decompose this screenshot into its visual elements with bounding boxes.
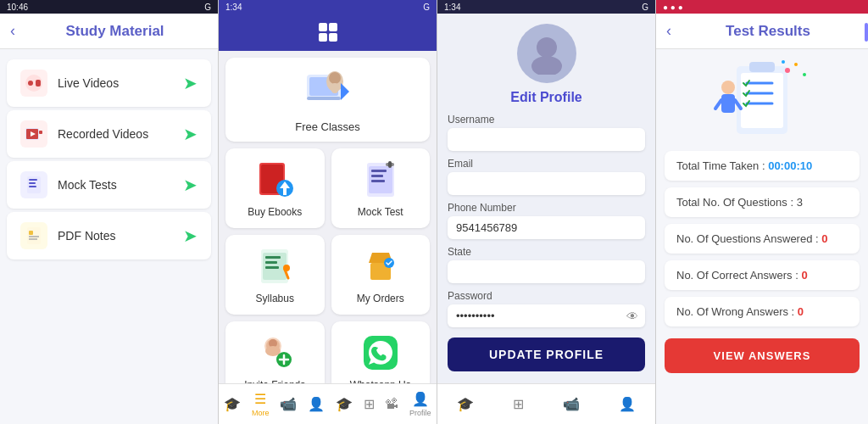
total-questions-value: 3 [797,196,803,209]
nav-record[interactable]: 📽 [385,397,398,412]
nav3-videos[interactable]: 📹 [563,396,580,412]
svg-rect-12 [29,231,33,235]
svg-rect-60 [721,94,735,113]
grid-menu-icon[interactable] [319,23,337,42]
wrong-card: No. Of Wrong Answers : 0 [665,297,860,326]
buy-ebooks-label: Buy Ebooks [248,206,302,218]
icons-2: G [423,3,430,12]
tile-my-orders[interactable]: My Orders [331,235,431,315]
statusbar-2: 1:34 G [219,0,437,14]
correct-card: No. Of Correct Answers : 0 [665,260,860,290]
tile-whatsapp-us[interactable]: Whatsapp Us [331,321,431,383]
eye-icon[interactable]: 👁 [626,310,638,323]
menu-list: Live Videos ➤ Recorded Videos ➤ [0,49,218,424]
page-title-1: Study Material [22,23,208,40]
nav3-profile[interactable]: 👤 [619,396,636,412]
total-questions-card: Total No. Of Questions : 3 [665,187,860,217]
menu-item-recorded-videos[interactable]: Recorded Videos ➤ [7,110,211,158]
wrong-label: No. Of Wrong Answers : [676,305,798,318]
svg-point-66 [803,73,806,76]
live-videos-icon [20,70,47,97]
nav-profile2[interactable]: 👤 Profile [409,391,431,417]
svg-rect-8 [29,179,37,181]
phone-label: Phone Number [448,202,645,214]
my-orders-label: My Orders [357,293,404,304]
nav-grid[interactable]: ⊞ [364,396,375,412]
test-results-content: Total Time Taken : 00:00:10 Total No. Of… [656,49,868,424]
result-illustration [665,58,860,142]
svg-rect-11 [27,227,41,244]
email-field-container: Email [448,158,645,195]
bottom-navbar-3: 🎓 ⊞ 📹 👤 [437,383,655,424]
total-time-value: 00:00:10 [768,159,812,172]
panel-edit-profile: 1:34 G Edit Profile Username Email Phone… [437,0,656,424]
svg-point-63 [785,68,790,73]
email-input[interactable] [448,172,645,195]
svg-point-18 [329,72,341,84]
scroll-indicator [865,23,868,42]
free-classes-label: Free Classes [295,120,360,133]
menu-item-pdf-notes[interactable]: PDF Notes ➤ [7,212,211,259]
status-icons-4: ● ● ● [663,3,683,12]
free-classes-illustration [303,66,353,117]
statusbar-3: 1:34 G [437,0,655,14]
password-input[interactable] [448,304,645,327]
profile2-icon: 👤 [412,391,429,407]
recorded-videos-icon [20,120,47,148]
tile-syllabus[interactable]: Syllabus [225,235,325,315]
nav-courses[interactable]: 🎓 [336,396,353,412]
menu-item-mock-tests[interactable]: Mock Tests ➤ [7,161,211,209]
svg-point-52 [531,56,562,75]
tile-invite-friends[interactable]: Invite Friends [225,321,325,383]
pdf-notes-arrow: ➤ [183,226,198,246]
nav-videos[interactable]: 📹 [280,396,297,412]
profile-scroll-area: Edit Profile Username Email Phone Number… [437,14,655,383]
nav3-profile-icon: 👤 [619,396,636,412]
svg-rect-26 [283,188,287,195]
statusbar-1: 10:46 G [0,0,218,14]
invite-friends-icon [253,332,296,374]
grid-nav-icon: ⊞ [364,396,375,412]
back-button-1[interactable]: ‹ [10,22,15,40]
password-label: Password [448,290,645,302]
svg-rect-19 [331,83,338,93]
svg-rect-6 [39,131,42,134]
nav3-grid[interactable]: ⊞ [513,396,524,412]
svg-rect-20 [307,97,341,100]
recorded-videos-label: Recorded Videos [58,127,173,141]
nav-more[interactable]: ☰ More [252,391,270,417]
nav-home[interactable]: 🎓 [224,396,241,412]
statusbar-4: ● ● ● [656,0,868,14]
panel-study-material: 10:46 G ‹ Study Material Live Videos ➤ [0,0,219,424]
free-classes-tile[interactable]: Free Classes [225,58,430,142]
icons-1: G [204,3,211,12]
courses-icon: 🎓 [336,396,353,412]
pdf-notes-label: PDF Notes [58,229,173,243]
bottom-navbar-2: 🎓 ☰ More 📹 👤 🎓 ⊞ 📽 👤 Profile [219,383,437,424]
test-results-header: ‹ Test Results [656,14,868,49]
nav3-home[interactable]: 🎓 [457,396,474,412]
state-input[interactable] [448,260,645,283]
view-answers-button[interactable]: VIEW ANSWERS [665,338,860,373]
tile-buy-ebooks[interactable]: Buy Ebooks [225,148,325,228]
svg-rect-36 [265,256,281,259]
update-profile-button[interactable]: UPDATE PROFILE [448,338,645,371]
username-input[interactable] [448,128,645,151]
password-field-container: Password 👁 [448,290,645,327]
wrong-value: 0 [798,305,804,318]
buy-ebooks-icon [253,159,296,201]
back-button-4[interactable]: ‹ [666,22,671,40]
menu-item-live-videos[interactable]: Live Videos ➤ [7,59,211,107]
svg-rect-31 [371,180,385,182]
nav-profile[interactable]: 👤 [308,396,325,412]
username-label: Username [448,114,645,126]
app-tiles-grid: Buy Ebooks Mock Test [225,148,430,383]
tile-mock-test[interactable]: Mock Test [331,148,431,228]
topbar-2 [219,14,437,51]
whatsapp-icon [359,332,402,374]
svg-rect-38 [265,266,279,269]
phone-input[interactable] [448,216,645,239]
svg-rect-55 [749,62,775,72]
svg-rect-30 [371,175,383,177]
time-3: 1:34 [444,3,460,12]
